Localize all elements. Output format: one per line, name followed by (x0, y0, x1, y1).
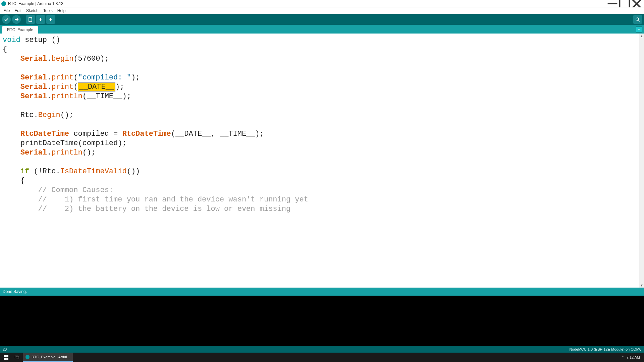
scroll-down-icon[interactable]: ▾ (639, 283, 644, 288)
code-token: RtcDateTime (20, 130, 69, 138)
open-sketch-button[interactable] (36, 15, 45, 24)
code-token: (); (83, 148, 96, 157)
code-token: Serial (20, 55, 47, 63)
code-token: . (47, 83, 51, 91)
svg-rect-10 (6, 355, 8, 357)
vertical-scrollbar[interactable]: ▴ ▾ (639, 34, 644, 288)
menu-help[interactable]: Help (55, 8, 68, 14)
scroll-up-icon[interactable]: ▴ (639, 34, 644, 38)
code-token: ()) (127, 167, 140, 176)
svg-rect-11 (4, 358, 6, 360)
code-token: ( (73, 83, 78, 91)
save-sketch-button[interactable] (46, 15, 55, 24)
code-token: void (3, 36, 20, 44)
code-token: printDateTime(compiled); (3, 139, 127, 147)
code-token: (!Rtc. (29, 167, 60, 176)
code-token: "compiled: " (78, 73, 131, 82)
code-token: setup () (20, 36, 60, 44)
code-token: println (51, 148, 82, 157)
code-token: { (3, 177, 25, 185)
code-token: Serial (20, 92, 47, 101)
code-token: { (3, 45, 7, 54)
menu-edit[interactable]: Edit (12, 8, 23, 14)
menu-file[interactable]: File (1, 8, 12, 14)
svg-rect-14 (16, 357, 19, 359)
svg-rect-12 (6, 358, 8, 360)
menu-tools[interactable]: Tools (41, 8, 55, 14)
system-tray[interactable]: ˄ 7:12 AM (619, 355, 643, 360)
code-token: RtcDateTime (122, 130, 171, 138)
svg-point-7 (636, 18, 639, 20)
clock: 7:12 AM (627, 355, 640, 359)
arduino-app-icon (25, 355, 30, 359)
code-token: println (51, 92, 82, 101)
selected-text: __DATE__ (78, 82, 115, 92)
svg-line-8 (638, 20, 640, 21)
sketch-tab[interactable]: RTC_Example (2, 26, 38, 34)
maximize-button[interactable] (619, 0, 631, 7)
code-token: // 1) first time you ran and the device … (3, 195, 308, 204)
close-button[interactable] (631, 0, 643, 7)
menu-sketch[interactable]: Sketch (24, 8, 41, 14)
editor-area: void setup () { Serial.begin(57600); Ser… (0, 34, 644, 288)
code-token: . (47, 55, 51, 63)
output-console[interactable] (0, 296, 644, 346)
code-token: ); (131, 73, 140, 82)
line-number: 20 (3, 347, 7, 351)
new-sketch-button[interactable] (26, 15, 35, 24)
code-token: ); (115, 83, 124, 91)
svg-rect-13 (15, 356, 18, 358)
code-token: ( (73, 73, 78, 82)
code-token: if (20, 167, 29, 176)
window-title: RTC_Example | Arduino 1.8.13 (8, 1, 63, 6)
board-info: NodeMCU 1.0 (ESP-12E Module) on COM6 (569, 347, 641, 351)
code-token: (); (60, 111, 74, 119)
status-bar: Done Saving. (0, 288, 644, 296)
code-token: Serial (20, 83, 47, 91)
serial-monitor-button[interactable] (633, 15, 642, 24)
code-token: Rtc. (3, 111, 38, 119)
verify-button[interactable] (2, 15, 11, 24)
upload-button[interactable] (12, 15, 21, 24)
menu-bar: File Edit Sketch Tools Help (0, 7, 644, 14)
code-token: Serial (20, 73, 47, 82)
taskbar-app-label: RTC_Example | Ardui... (32, 355, 70, 359)
code-token: . (47, 148, 51, 157)
code-token: . (47, 92, 51, 101)
code-token: compiled = (69, 130, 122, 138)
code-token: IsDateTimeValid (60, 167, 127, 176)
toolbar (0, 14, 644, 25)
tab-menu-button[interactable] (636, 26, 642, 33)
minimize-button[interactable] (606, 0, 619, 7)
task-view-button[interactable] (12, 353, 22, 362)
code-token: Begin (38, 111, 60, 119)
code-token: print (51, 73, 73, 82)
code-token: Serial (20, 148, 47, 157)
code-token: // Common Causes: (3, 186, 113, 194)
windows-taskbar: RTC_Example | Ardui... ˄ 7:12 AM (0, 353, 644, 362)
tab-bar: RTC_Example (0, 25, 644, 34)
code-token: begin (51, 55, 73, 63)
code-token: (57600); (73, 55, 109, 63)
taskbar-app-arduino[interactable]: RTC_Example | Ardui... (23, 353, 73, 362)
tray-chevron-up-icon[interactable]: ˄ (622, 355, 624, 360)
code-editor[interactable]: void setup () { Serial.begin(57600); Ser… (0, 34, 639, 288)
code-token: (__DATE__, __TIME__); (171, 130, 264, 138)
start-button[interactable] (1, 353, 11, 362)
code-token: print (51, 83, 73, 91)
code-token: (__TIME__); (83, 92, 131, 101)
bottom-status-bar: 20 NodeMCU 1.0 (ESP-12E Module) on COM6 (0, 346, 644, 353)
status-message: Done Saving. (3, 289, 27, 294)
svg-rect-9 (4, 355, 6, 357)
arduino-app-icon (1, 1, 6, 6)
code-token: // 2) the battery on the device is low o… (3, 205, 290, 213)
title-bar: RTC_Example | Arduino 1.8.13 (0, 0, 644, 7)
code-token: . (47, 73, 51, 82)
